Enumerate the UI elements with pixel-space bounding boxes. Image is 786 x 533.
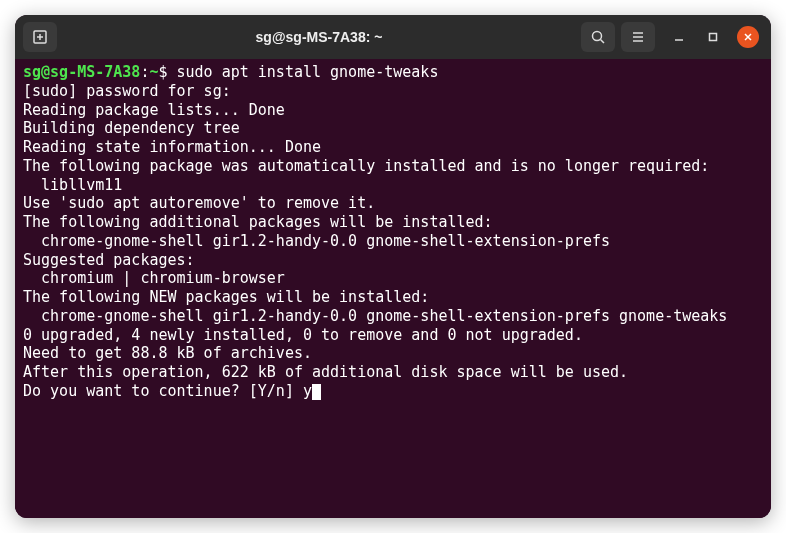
prompt-line: sg@sg-MS-7A38:~$ sudo apt install gnome-…: [23, 63, 763, 82]
output-line: Reading state information... Done: [23, 138, 763, 157]
continue-input: y: [303, 382, 312, 400]
new-tab-button[interactable]: [23, 22, 57, 52]
terminal-window: sg@sg-MS-7A38: ~: [15, 15, 771, 518]
output-line: chromium | chromium-browser: [23, 269, 763, 288]
close-button[interactable]: [737, 26, 759, 48]
output-line: chrome-gnome-shell gir1.2-handy-0.0 gnom…: [23, 232, 763, 251]
maximize-icon: [708, 32, 718, 42]
terminal-body[interactable]: sg@sg-MS-7A38:~$ sudo apt install gnome-…: [15, 59, 771, 518]
prompt-user-host: sg@sg-MS-7A38: [23, 63, 140, 81]
hamburger-icon: [630, 29, 646, 45]
cursor: [312, 384, 321, 400]
output-line: Suggested packages:: [23, 251, 763, 270]
continue-prompt: Do you want to continue? [Y/n]: [23, 382, 303, 400]
svg-point-3: [593, 32, 602, 41]
command-text: sudo apt install gnome-tweaks: [177, 63, 439, 81]
minimize-button[interactable]: [669, 27, 689, 47]
output-line: The following additional packages will b…: [23, 213, 763, 232]
search-icon: [590, 29, 606, 45]
continue-line: Do you want to continue? [Y/n] y: [23, 382, 763, 401]
window-controls: [669, 26, 759, 48]
output-line: Need to get 88.8 kB of archives.: [23, 344, 763, 363]
output-line: The following NEW packages will be insta…: [23, 288, 763, 307]
window-title: sg@sg-MS-7A38: ~: [63, 29, 575, 45]
close-icon: [743, 32, 753, 42]
new-tab-icon: [32, 29, 48, 45]
svg-line-4: [601, 40, 605, 44]
titlebar: sg@sg-MS-7A38: ~: [15, 15, 771, 59]
search-button[interactable]: [581, 22, 615, 52]
prompt-symbol: $: [158, 63, 176, 81]
output-line: The following package was automatically …: [23, 157, 763, 176]
output-line: Building dependency tree: [23, 119, 763, 138]
minimize-icon: [674, 32, 684, 42]
output-line: libllvm11: [23, 176, 763, 195]
output-line: 0 upgraded, 4 newly installed, 0 to remo…: [23, 326, 763, 345]
output-line: Use 'sudo apt autoremove' to remove it.: [23, 194, 763, 213]
output-line: Reading package lists... Done: [23, 101, 763, 120]
maximize-button[interactable]: [703, 27, 723, 47]
output-line: [sudo] password for sg:: [23, 82, 763, 101]
svg-rect-9: [710, 34, 717, 41]
output-line: chrome-gnome-shell gir1.2-handy-0.0 gnom…: [23, 307, 763, 326]
output-line: After this operation, 622 kB of addition…: [23, 363, 763, 382]
menu-button[interactable]: [621, 22, 655, 52]
